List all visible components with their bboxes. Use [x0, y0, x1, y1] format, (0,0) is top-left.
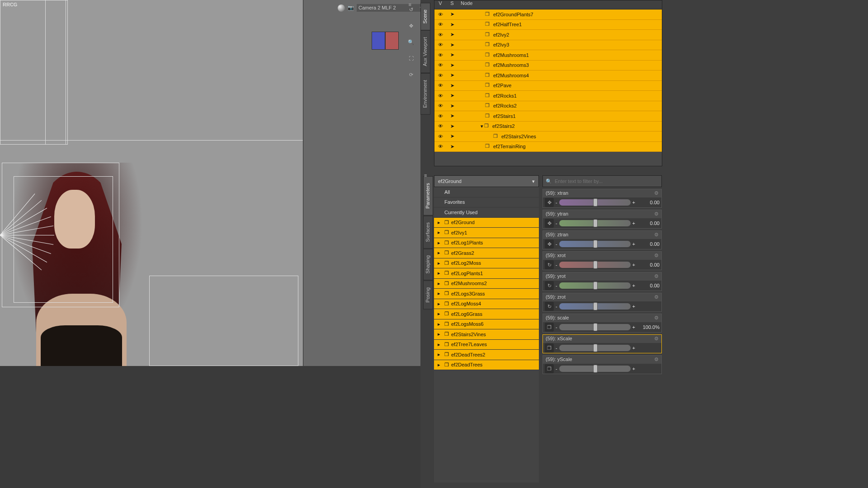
group-item[interactable]: ▸❒ef2Logs3Grass	[434, 289, 539, 299]
gear-icon[interactable]: ⚙	[654, 273, 659, 280]
menu-icon[interactable]: ≡	[424, 173, 427, 178]
pan-icon[interactable]: ✥	[406, 21, 416, 31]
group-item[interactable]: ▸❒ef2Grass2	[434, 248, 539, 258]
select-icon[interactable]: ➤	[446, 133, 458, 139]
group-item[interactable]: ▸❒ef2Mushrooms2	[434, 279, 539, 289]
group-item[interactable]: ▸❒ef2LogPlants1	[434, 268, 539, 279]
plus-icon[interactable]: +	[632, 262, 635, 267]
visibility-icon[interactable]: 👁	[434, 144, 446, 149]
group-item[interactable]: ▸❒ef2Ivy1	[434, 228, 539, 238]
param-value[interactable]: 0.00	[637, 283, 660, 288]
group-item[interactable]: ▸❒ef2Tree7Leaves	[434, 340, 539, 350]
visibility-icon[interactable]: 👁	[434, 52, 446, 58]
visibility-icon[interactable]: 👁	[434, 32, 446, 38]
group-item[interactable]: ▸❒ef2LogsMoss6	[434, 319, 539, 330]
scene-row[interactable]: 👁➤❒ef2TerrainRing	[434, 142, 662, 152]
slider-knob[interactable]	[593, 344, 598, 352]
plus-icon[interactable]: +	[632, 200, 635, 205]
minus-icon[interactable]: -	[556, 366, 557, 371]
minus-icon[interactable]: -	[556, 221, 557, 226]
slider-knob[interactable]	[593, 261, 598, 269]
slider-knob[interactable]	[593, 282, 598, 290]
slider-knob[interactable]	[593, 219, 598, 227]
param-ztran[interactable]: (59): ztran⚙✥-+0.00	[542, 230, 662, 249]
aux-viewport[interactable]: 📷 Camera 2 MLF 2 ▾ ≡ ↺ ✥ 🔍 ⛶ ⟳	[303, 0, 420, 366]
param-value[interactable]: 0.00	[637, 241, 660, 247]
scene-row[interactable]: 👁➤❒ef2GroundPlants7	[434, 9, 662, 20]
slider-track[interactable]	[559, 345, 631, 351]
gear-icon[interactable]: ⚙	[654, 190, 659, 197]
orientation-cube[interactable]	[372, 32, 399, 54]
visibility-icon[interactable]: 👁	[434, 73, 446, 78]
slider-track[interactable]	[559, 366, 631, 372]
select-icon[interactable]: ➤	[446, 62, 458, 68]
select-icon[interactable]: ➤	[446, 83, 458, 89]
expand-icon[interactable]: ▸	[438, 230, 442, 235]
group-item[interactable]: ▸❒ef2DeadTrees	[434, 360, 539, 371]
zoom-icon[interactable]: 🔍	[406, 37, 416, 47]
expand-icon[interactable]: ▸	[438, 362, 442, 368]
select-icon[interactable]: ➤	[446, 22, 458, 28]
expand-icon[interactable]: ▸	[438, 220, 442, 225]
slider-knob[interactable]	[593, 323, 598, 331]
plus-icon[interactable]: +	[632, 345, 635, 351]
slider-track[interactable]	[559, 262, 631, 268]
expand-icon[interactable]: ▸	[438, 352, 442, 357]
plus-icon[interactable]: +	[632, 366, 635, 371]
column-selectable[interactable]: S	[446, 0, 458, 9]
scene-row[interactable]: 👁➤❒ef2Ivy2	[434, 30, 662, 40]
scene-row[interactable]: 👁➤❒ef2Mushrooms3	[434, 61, 662, 71]
select-icon[interactable]: ➤	[446, 52, 458, 58]
scene-row[interactable]: 👁➤❒ef2HalfTree1	[434, 20, 662, 30]
visibility-icon[interactable]: 👁	[434, 83, 446, 88]
slider-track[interactable]	[559, 199, 631, 206]
plus-icon[interactable]: +	[632, 304, 635, 309]
group-item[interactable]: Favorites	[434, 197, 539, 208]
scene-row[interactable]: 👁➤❒ef2Rocks1	[434, 91, 662, 101]
group-item[interactable]: Currently Used	[434, 207, 539, 218]
gear-icon[interactable]: ⚙	[654, 357, 659, 363]
expand-icon[interactable]: ▸	[438, 281, 442, 286]
gear-icon[interactable]: ⚙	[654, 315, 659, 321]
visibility-icon[interactable]: 👁	[434, 22, 446, 27]
scene-row[interactable]: 👁➤❒ef2Stairs2Vines	[434, 131, 662, 142]
group-item[interactable]: ▸❒ef2LogMoss4	[434, 299, 539, 310]
visibility-icon[interactable]: 👁	[434, 134, 446, 139]
minus-icon[interactable]: -	[556, 324, 557, 330]
param-value[interactable]: 0.00	[637, 200, 660, 205]
scene-row[interactable]: 👁➤❒ef2Stairs1	[434, 111, 662, 122]
scene-row[interactable]: 👁➤▾❒ef2Stairs2	[434, 122, 662, 132]
side-tab-environment[interactable]: Environment	[420, 73, 430, 115]
column-visibility[interactable]: V	[434, 0, 446, 9]
main-viewport[interactable]: RRCG	[0, 0, 303, 366]
select-icon[interactable]: ➤	[446, 93, 458, 99]
slider-knob[interactable]	[593, 302, 598, 310]
group-item[interactable]: All	[434, 187, 539, 197]
param-xScale[interactable]: (59): xScale⚙❐-+	[542, 334, 662, 353]
visibility-icon[interactable]: 👁	[434, 62, 446, 68]
expand-icon[interactable]: ▸	[438, 311, 442, 317]
expand-icon[interactable]: ▸	[438, 240, 442, 246]
select-icon[interactable]: ➤	[446, 113, 458, 119]
param-zrot[interactable]: (59): zrot⚙↻-+	[542, 293, 662, 312]
select-icon[interactable]: ➤	[446, 103, 458, 109]
plus-icon[interactable]: +	[632, 221, 635, 226]
expand-icon[interactable]: ▸	[438, 260, 442, 266]
select-icon[interactable]: ➤	[446, 144, 458, 150]
side-tab-parameters[interactable]: Parameters	[423, 176, 433, 216]
expand-icon[interactable]: ▸	[438, 291, 442, 296]
group-item[interactable]: ▸❒ef2Log2Moss	[434, 258, 539, 269]
minus-icon[interactable]: -	[556, 241, 557, 247]
group-item[interactable]: ▸❒ef2DeadTrees2	[434, 350, 539, 360]
reset-icon[interactable]: ⟳	[406, 70, 416, 80]
scene-row[interactable]: 👁➤❒ef2Pave	[434, 81, 662, 91]
param-yScale[interactable]: (59): yScale⚙❐-+	[542, 355, 662, 374]
plus-icon[interactable]: +	[632, 241, 635, 247]
slider-track[interactable]	[559, 303, 631, 310]
side-tab-aux-viewport[interactable]: Aux Viewport	[420, 30, 430, 73]
gear-icon[interactable]: ⚙	[654, 211, 659, 217]
group-item[interactable]: ▸❒ef2Log1Plants	[434, 238, 539, 249]
column-node[interactable]: Node	[458, 0, 662, 9]
expand-icon[interactable]: ▸	[438, 331, 442, 337]
param-value[interactable]: 0.00	[637, 221, 660, 226]
